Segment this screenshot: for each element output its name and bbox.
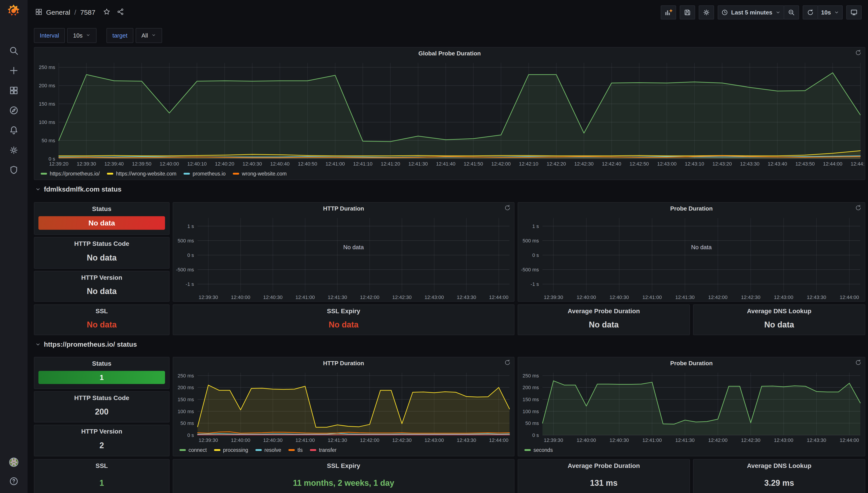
stat-title[interactable]: SSL <box>35 462 169 470</box>
section-toggle-fdmlksdmlfk[interactable]: fdmlksdmlfk.com status <box>35 186 121 193</box>
legend-item[interactable]: prometheus.io <box>183 171 226 177</box>
refresh-panel-icon[interactable] <box>504 205 511 213</box>
chevron-down-icon <box>86 32 91 39</box>
clock-icon <box>721 9 728 16</box>
svg-text:50 ms: 50 ms <box>180 421 194 426</box>
time-range-picker[interactable]: Last 5 minutes <box>718 5 784 19</box>
configuration-gear-icon[interactable] <box>8 145 19 156</box>
create-plus-icon[interactable] <box>8 65 19 76</box>
legend-item[interactable]: tls <box>288 447 303 453</box>
share-icon[interactable] <box>117 8 124 17</box>
panel-title[interactable]: Probe Duration <box>518 357 865 369</box>
stat-title[interactable]: HTTP Version <box>35 274 169 281</box>
stat-title[interactable]: Status <box>35 360 169 367</box>
add-panel-button[interactable] <box>661 5 676 19</box>
dashboards-icon[interactable] <box>8 85 19 96</box>
stat-title[interactable]: Average Probe Duration <box>518 462 689 470</box>
global-probe-duration-chart[interactable]: 0 s50 ms100 ms150 ms200 ms250 ms12:39:20… <box>35 59 865 168</box>
star-icon[interactable] <box>103 8 110 17</box>
target-variable-label[interactable]: target <box>107 28 133 43</box>
refresh-interval-dropdown[interactable]: 10s <box>818 5 843 19</box>
refresh-panel-icon[interactable] <box>855 205 862 213</box>
stat-title[interactable]: Average Probe Duration <box>518 307 689 315</box>
legend-item[interactable]: https://prometheus.io/ <box>41 171 100 177</box>
search-icon[interactable] <box>8 45 19 56</box>
stat-title[interactable]: HTTP Status Code <box>35 394 169 402</box>
interval-variable-dropdown[interactable]: 10s <box>67 28 96 43</box>
legend-swatch <box>525 449 531 451</box>
stat-value: 200 <box>95 407 109 416</box>
panel-s2-probe-duration: Probe Duration 0 s50 ms100 ms150 ms200 m… <box>518 357 865 456</box>
refresh-panel-icon[interactable] <box>504 359 511 368</box>
svg-text:12:43:30: 12:43:30 <box>457 295 476 300</box>
http-duration-chart[interactable]: 0 s50 ms100 ms150 ms200 ms250 ms12:39:30… <box>173 369 514 444</box>
zoom-out-button[interactable] <box>784 5 799 19</box>
refresh-controls: 10s <box>803 5 843 19</box>
legend-label: wrong-website.com <box>242 171 287 177</box>
legend-item[interactable]: transfer <box>310 447 337 453</box>
panel-title[interactable]: HTTP Duration <box>173 202 514 214</box>
svg-text:No data: No data <box>343 244 364 251</box>
panel-s2-avg-dns-lookup: Average DNS Lookup 3.29 ms <box>693 459 865 493</box>
stat-title[interactable]: Average DNS Lookup <box>693 462 865 470</box>
target-variable-dropdown[interactable]: All <box>136 28 162 43</box>
section-title: https://prometheus.io/ status <box>44 341 137 348</box>
admin-shield-icon[interactable] <box>8 165 19 175</box>
stat-title[interactable]: HTTP Status Code <box>35 240 169 248</box>
legend-label: prometheus.io <box>193 171 226 177</box>
refresh-panel-icon[interactable] <box>855 49 862 58</box>
probe-duration-nodata-chart[interactable]: -1 s-500 ms0 s500 ms1 s12:39:3012:40:001… <box>518 214 865 301</box>
panel-title[interactable]: Global Probe Duration <box>35 47 865 59</box>
stat-title[interactable]: HTTP Version <box>35 428 169 435</box>
chart-legend: https://prometheus.io/https://wrong-webs… <box>35 168 865 179</box>
svg-text:12:40:10: 12:40:10 <box>187 161 207 167</box>
probe-duration-chart[interactable]: 0 s50 ms100 ms150 ms200 ms250 ms12:39:30… <box>518 369 865 444</box>
svg-text:500 ms: 500 ms <box>178 238 194 243</box>
svg-text:12:43:30: 12:43:30 <box>740 161 759 167</box>
cycle-view-mode-button[interactable] <box>846 5 862 19</box>
chevron-down-icon <box>151 32 156 39</box>
dashboard-variables: Interval 10s target All <box>34 28 162 43</box>
alerting-bell-icon[interactable] <box>8 125 19 136</box>
chart-svg: 0 s50 ms100 ms150 ms200 ms250 ms12:39:30… <box>173 369 514 444</box>
panel-title[interactable]: Probe Duration <box>518 202 865 214</box>
save-dashboard-button[interactable] <box>680 5 695 19</box>
legend-label: tls <box>297 447 303 453</box>
dashboard-grid-icon <box>35 8 42 17</box>
breadcrumb-folder[interactable]: General <box>46 8 70 16</box>
svg-text:12:44:10: 12:44:10 <box>851 161 865 167</box>
stat-title[interactable]: Status <box>35 205 169 213</box>
http-duration-nodata-chart[interactable]: -1 s-500 ms0 s500 ms1 s12:39:3012:40:001… <box>173 214 514 301</box>
sidebar <box>0 0 27 493</box>
stat-title[interactable]: Average DNS Lookup <box>693 307 865 315</box>
help-icon[interactable] <box>8 476 19 487</box>
panel-s2-status: Status 1 <box>34 357 170 389</box>
sidebar-nav <box>0 45 27 175</box>
interval-variable-label[interactable]: Interval <box>34 28 65 43</box>
svg-text:12:40:20: 12:40:20 <box>215 161 235 167</box>
explore-compass-icon[interactable] <box>8 105 19 116</box>
legend-item[interactable]: processing <box>214 447 248 453</box>
panel-title[interactable]: HTTP Duration <box>173 357 514 369</box>
legend-item[interactable]: wrong-website.com <box>233 171 287 177</box>
legend-item[interactable]: connect <box>179 447 207 453</box>
user-avatar[interactable] <box>8 457 19 468</box>
legend-item[interactable]: seconds <box>525 447 553 453</box>
grafana-logo-icon[interactable] <box>5 4 22 20</box>
legend-item[interactable]: https://wrong-website.com <box>107 171 176 177</box>
section-toggle-prometheus[interactable]: https://prometheus.io/ status <box>35 341 137 348</box>
dashboard-settings-button[interactable] <box>699 5 714 19</box>
stat-value: 131 ms <box>590 478 618 488</box>
stat-title[interactable]: SSL Expiry <box>173 462 514 470</box>
refresh-button[interactable] <box>803 5 818 19</box>
toolbar-right: Last 5 minutes 10s <box>661 5 862 19</box>
refresh-panel-icon[interactable] <box>855 359 862 368</box>
stat-title[interactable]: SSL <box>35 307 169 315</box>
svg-text:12:41:50: 12:41:50 <box>464 161 483 167</box>
breadcrumb-dashboard[interactable]: 7587 <box>80 8 95 16</box>
svg-text:12:43:00: 12:43:00 <box>424 437 444 443</box>
svg-text:12:39:30: 12:39:30 <box>544 295 563 300</box>
stat-title[interactable]: SSL Expiry <box>173 307 514 315</box>
svg-text:-1 s: -1 s <box>531 281 539 287</box>
legend-item[interactable]: resolve <box>255 447 281 453</box>
